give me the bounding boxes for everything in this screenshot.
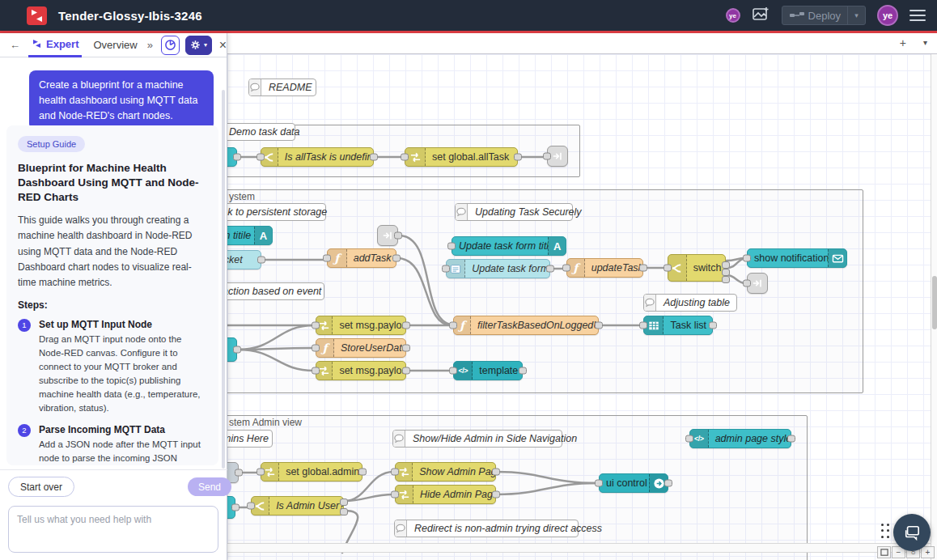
node-update-task-form-title[interactable]: Update task form title A <box>452 236 566 256</box>
assistant-input[interactable] <box>8 506 218 553</box>
comment-admins-here[interactable]: mins Here <box>227 430 273 448</box>
comment-demo-task-data[interactable]: Demo task data <box>227 123 295 141</box>
port[interactable] <box>312 322 320 329</box>
node-task-list[interactable]: Task list <box>643 316 713 335</box>
port[interactable] <box>312 367 320 375</box>
start-over-button[interactable]: Start over <box>8 477 74 497</box>
comment-action-based-on-event[interactable]: action based on event <box>227 282 324 300</box>
port[interactable] <box>722 261 730 269</box>
node-stub-teal[interactable] <box>227 496 235 519</box>
node-set-msg-payload-1[interactable]: set msg.payload <box>316 316 406 335</box>
pie-chart-button[interactable] <box>161 36 180 55</box>
node-is-admin-user[interactable]: Is Admin User? <box>251 496 344 515</box>
port[interactable] <box>492 491 500 498</box>
comment-redirect-non-admin[interactable]: Redirect is non-admin trying direct acce… <box>394 520 579 537</box>
port[interactable] <box>664 480 672 487</box>
node-is-alltask-undefined[interactable]: Is allTask is undefined <box>261 147 374 167</box>
node-ui-control[interactable]: ui control <box>599 473 668 493</box>
port[interactable] <box>233 346 241 354</box>
add-flow-button[interactable]: + <box>900 36 906 49</box>
comment-readme[interactable]: README <box>248 78 316 96</box>
port[interactable] <box>323 255 331 262</box>
port[interactable] <box>340 508 348 515</box>
port[interactable] <box>492 469 500 476</box>
comment-persistent-storage[interactable]: sk to persistent storage <box>227 203 326 221</box>
port[interactable] <box>402 345 410 352</box>
node-switch[interactable]: switch <box>668 254 726 282</box>
port[interactable] <box>664 265 672 272</box>
close-icon[interactable]: × <box>219 38 227 53</box>
node-link-out[interactable] <box>747 273 768 294</box>
settings-dropdown-button[interactable]: ▾ <box>185 36 211 55</box>
port[interactable] <box>709 322 717 329</box>
deploy-button[interactable]: Deploy ▾ <box>782 6 866 25</box>
port[interactable] <box>442 265 450 273</box>
comment-updating-task-securely[interactable]: Updating Task Securely <box>455 203 573 221</box>
vertical-scrollbar[interactable] <box>931 54 937 560</box>
port[interactable] <box>231 504 240 511</box>
node-show-admin-page[interactable]: Show Admin Page <box>395 462 496 482</box>
node-storeuserdata[interactable]: ƒ StoreUserData <box>316 338 406 358</box>
comment-show-hide-admin[interactable]: Show/Hide Admin in Side Navigation <box>392 430 562 448</box>
comment-adjusting-table[interactable]: Adjusting table <box>643 294 737 312</box>
port[interactable] <box>639 322 647 329</box>
port[interactable] <box>595 322 603 329</box>
port[interactable] <box>340 498 348 506</box>
port[interactable] <box>449 322 457 329</box>
flow-list-caret-icon[interactable]: ▾ <box>923 38 927 47</box>
node-form-title-fragment[interactable]: m titile A <box>227 226 273 245</box>
port[interactable] <box>257 469 265 476</box>
node-addtask[interactable]: ƒ addTask <box>327 248 396 268</box>
node-set-global-alltask[interactable]: set global.allTask <box>405 147 518 167</box>
node-admin-page-style[interactable]: </> admin page style <box>689 429 791 448</box>
node-link-out[interactable] <box>547 146 568 167</box>
tab-expert[interactable]: Expert <box>28 33 82 57</box>
port[interactable] <box>685 435 693 443</box>
port[interactable] <box>401 154 409 161</box>
node-filtertask[interactable]: ƒ filterTaskBasedOnLoggedUser <box>453 316 599 335</box>
drag-handle-icon[interactable] <box>881 524 892 541</box>
port[interactable] <box>743 280 751 287</box>
port[interactable] <box>312 345 320 352</box>
tab-overview[interactable]: Overview <box>93 39 137 51</box>
node-show-notification[interactable]: show notification <box>747 248 847 268</box>
port[interactable] <box>546 265 554 273</box>
port[interactable] <box>233 154 241 161</box>
port[interactable] <box>722 269 730 276</box>
port[interactable] <box>402 367 410 375</box>
port[interactable] <box>639 265 647 272</box>
assistant-scrollbar[interactable] <box>222 90 225 469</box>
deploy-caret-icon[interactable]: ▾ <box>847 6 865 24</box>
port[interactable] <box>257 154 265 161</box>
node-updatetask[interactable]: ƒ updateTask <box>566 258 643 278</box>
port[interactable] <box>235 469 243 477</box>
port[interactable] <box>543 153 551 160</box>
zoom-in-button[interactable]: + <box>921 546 935 558</box>
node-link-out[interactable] <box>377 225 398 246</box>
port[interactable] <box>370 154 378 161</box>
port[interactable] <box>595 480 603 487</box>
port[interactable] <box>787 435 795 443</box>
port[interactable] <box>394 232 402 240</box>
port[interactable] <box>391 491 399 498</box>
scroll-thumb[interactable] <box>932 276 937 329</box>
send-button[interactable]: Send <box>188 477 231 496</box>
avatar-small[interactable]: ye <box>726 8 740 23</box>
node-update-task-form[interactable]: Update task form <box>446 259 550 278</box>
port[interactable] <box>722 276 730 283</box>
node-template[interactable]: </> template <box>453 361 523 380</box>
port[interactable] <box>247 503 255 510</box>
port[interactable] <box>392 255 401 262</box>
chat-fab-button[interactable] <box>893 514 931 551</box>
port[interactable] <box>562 265 570 272</box>
node-stub-teal[interactable] <box>227 337 237 362</box>
menu-icon[interactable] <box>909 6 926 24</box>
node-set-msg-payload-2[interactable]: set msg.payload <box>316 361 406 380</box>
back-icon[interactable]: ← <box>10 39 20 51</box>
node-ticket-fragment[interactable]: icket <box>227 250 261 269</box>
port[interactable] <box>519 367 527 375</box>
node-hide-admin-page[interactable]: Hide Admin Page <box>395 485 496 504</box>
port[interactable] <box>402 322 410 329</box>
fit-view-button[interactable] <box>877 546 891 558</box>
more-tabs-icon[interactable]: » <box>147 39 153 51</box>
